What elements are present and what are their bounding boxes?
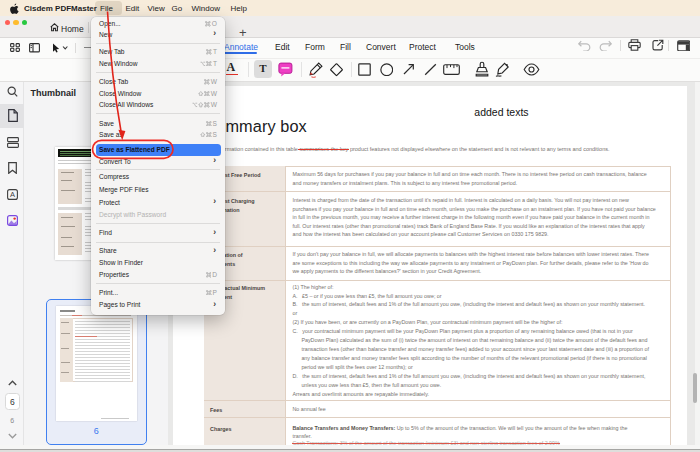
svg-text:A: A — [10, 190, 15, 199]
